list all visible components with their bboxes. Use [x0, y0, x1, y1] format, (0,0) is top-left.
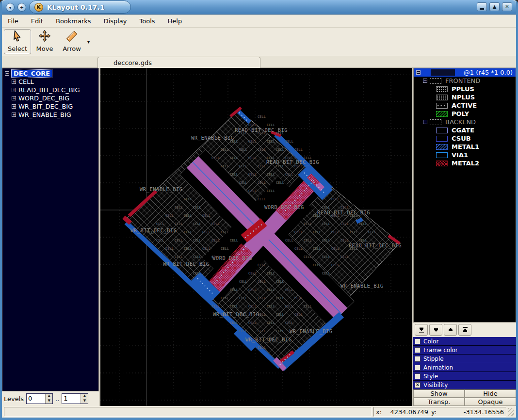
layer-item-cgate[interactable]: CGATE	[414, 126, 516, 134]
hide-button[interactable]: Hide	[465, 389, 516, 398]
checkbox-checked-icon[interactable]: ✕	[415, 382, 421, 388]
menu-item-display[interactable]: Display	[104, 17, 127, 25]
levels-to-spinbox[interactable]: 1 ▲▼	[62, 393, 88, 404]
checkbox-icon[interactable]	[415, 347, 421, 353]
move-up-button[interactable]	[444, 324, 457, 336]
svg-text:CELL: CELL	[239, 181, 247, 185]
expand-icon[interactable]: +	[12, 104, 16, 109]
svg-text:CELL: CELL	[184, 214, 192, 218]
canvas-label: WR_ENABLE_BIG	[140, 186, 183, 193]
spin-down-icon[interactable]: ▼	[81, 399, 88, 404]
resize-grip[interactable]	[508, 408, 514, 416]
expand-icon[interactable]: +	[12, 113, 16, 117]
x-label: x:	[376, 408, 382, 416]
svg-text:CELL: CELL	[248, 305, 257, 308]
tree-item-word_dec_big[interactable]: +WORD_DEC_BIG	[2, 94, 98, 102]
toggle-row-frame-color[interactable]: Frame color	[413, 346, 516, 355]
window-menu-button[interactable]: ▾	[6, 3, 15, 12]
toggle-row-color[interactable]: Color	[413, 337, 516, 346]
opaque-button[interactable]: Opaque	[465, 398, 516, 406]
ruler-dropdown-button[interactable]: ▾	[87, 39, 90, 45]
levels-row: Levels 0 ▲▼ .. 1 ▲▼	[2, 391, 99, 406]
layer-group-frontend[interactable]: −FRONTEND	[414, 77, 516, 85]
levels-from-value[interactable]: 0	[27, 394, 45, 404]
spin-up-icon[interactable]: ▲	[46, 394, 52, 399]
tree-item-read_bit_dec_big[interactable]: +READ_BIT_DEC_BIG	[2, 86, 98, 94]
tree-item-label: DEC_CORE	[12, 70, 52, 77]
move-to-top-button[interactable]	[458, 324, 471, 336]
window-sticky-button[interactable]: +	[17, 3, 26, 12]
layer-item-via1[interactable]: VIA1	[414, 151, 516, 159]
menu-item-file[interactable]: File	[8, 17, 18, 25]
menu-item-help[interactable]: Help	[168, 17, 182, 25]
checkbox-icon[interactable]	[415, 339, 421, 344]
expand-icon[interactable]: +	[12, 96, 16, 100]
tab-deccore[interactable]: deccore.gds	[97, 57, 260, 68]
levels-to-value[interactable]: 1	[62, 394, 81, 404]
show-button[interactable]: Show	[413, 389, 465, 398]
svg-text:CELL: CELL	[230, 156, 238, 160]
toggle-row-stipple[interactable]: Stipple	[413, 355, 516, 363]
transp-button[interactable]: Transp.	[413, 398, 465, 406]
checkbox-icon[interactable]	[415, 373, 421, 379]
expand-icon[interactable]: +	[12, 80, 16, 84]
svg-text:CELL: CELL	[258, 329, 266, 333]
levels-to-arrows[interactable]: ▲▼	[81, 394, 88, 404]
title-bar[interactable]: ▾ + K KLayout 0.17.1 ▲ ✕	[2, 0, 516, 15]
layer-name: POLY	[452, 110, 469, 117]
tree-item-wr_enable_big[interactable]: +WR_ENABLE_BIG	[2, 111, 98, 119]
svg-text:CELL: CELL	[165, 247, 174, 251]
move-tool-button[interactable]: Move	[31, 29, 58, 54]
layer-header-row[interactable]: −@1 (r45 *1 0,0)	[414, 68, 516, 77]
svg-text:CELL: CELL	[359, 222, 367, 226]
svg-text:CELL: CELL	[211, 222, 220, 226]
svg-text:CELL: CELL	[258, 346, 266, 350]
collapse-icon[interactable]: −	[423, 120, 427, 124]
layer-name: CSUB	[452, 135, 471, 142]
tree-item-cell[interactable]: +CELL	[2, 78, 98, 86]
layer-item-poly[interactable]: POLY	[414, 110, 516, 118]
arrow-tool-button[interactable]: Arrow	[58, 29, 85, 54]
levels-from-spinbox[interactable]: 0 ▲▼	[26, 393, 53, 404]
collapse-icon[interactable]: −	[416, 70, 421, 75]
checkbox-icon[interactable]	[415, 356, 421, 362]
checkbox-icon[interactable]	[415, 365, 421, 371]
menu-item-tools[interactable]: Tools	[140, 17, 155, 25]
layer-name: METAL1	[452, 143, 479, 150]
toggle-row-animation[interactable]: Animation	[413, 363, 516, 372]
tree-item-root[interactable]: −DEC_CORE	[2, 69, 98, 78]
collapse-icon[interactable]: −	[5, 71, 9, 76]
tree-item-label: WR_BIT_DEC_BIG	[18, 103, 73, 110]
select-tool-button[interactable]: Select	[4, 29, 31, 54]
layer-item-pplus[interactable]: PPLUS	[414, 85, 516, 93]
layer-item-csub[interactable]: CSUB	[414, 134, 516, 143]
maximize-icon: ▲	[493, 4, 497, 9]
layer-item-metal1[interactable]: METAL1	[414, 143, 516, 151]
menu-item-edit[interactable]: Edit	[31, 17, 43, 25]
spin-down-icon[interactable]: ▼	[46, 399, 52, 404]
move-to-bottom-button[interactable]	[415, 324, 428, 336]
toggle-row-style[interactable]: Style	[413, 372, 516, 381]
levels-from-arrows[interactable]: ▲▼	[45, 394, 52, 404]
expand-icon[interactable]: +	[12, 88, 16, 92]
layer-item-active[interactable]: ACTIVE	[414, 101, 516, 110]
levels-label: Levels	[4, 395, 24, 403]
svg-text:CELL: CELL	[221, 230, 229, 234]
collapse-icon[interactable]: −	[423, 79, 427, 83]
layout-canvas[interactable]: CELLCELLCELLCELLCELLCELLCELLCELLCELLCELL…	[100, 68, 412, 406]
minimize-button[interactable]	[477, 2, 487, 11]
svg-text:CELL: CELL	[276, 313, 284, 317]
maximize-button[interactable]: ▲	[489, 2, 500, 11]
svg-text:CELL: CELL	[202, 214, 210, 218]
layer-group-backend[interactable]: −BACKEND	[414, 118, 516, 126]
layer-item-nplus[interactable]: NPLUS	[414, 93, 516, 101]
tree-item-wr_bit_dec_big[interactable]: +WR_BIT_DEC_BIG	[2, 102, 98, 111]
spin-up-icon[interactable]: ▲	[81, 394, 88, 399]
svg-text:CELL: CELL	[359, 239, 367, 242]
toggle-row-visibility[interactable]: ✕Visibility	[413, 381, 516, 389]
menu-item-bookmarks[interactable]: Bookmarks	[56, 17, 91, 25]
svg-text:CELL: CELL	[175, 222, 183, 226]
layer-item-metal2[interactable]: METAL2	[414, 159, 516, 167]
close-button[interactable]: ✕	[502, 2, 512, 11]
move-down-button[interactable]	[429, 324, 442, 336]
